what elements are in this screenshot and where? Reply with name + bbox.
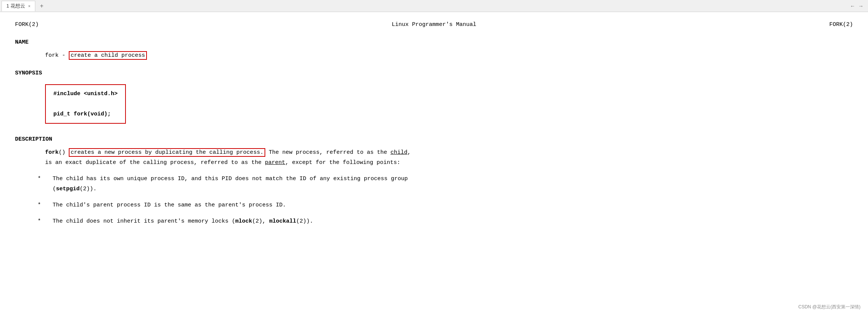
- bullet-item-1: * The child has its own unique process I…: [38, 174, 853, 194]
- name-highlighted: create a child process: [69, 51, 147, 60]
- new-tab-button[interactable]: +: [37, 2, 46, 10]
- synopsis-section-heading: SYNOPSIS: [15, 68, 853, 78]
- mlockall-bold: mlockall: [269, 218, 296, 225]
- description-section-heading: DESCRIPTION: [15, 134, 853, 144]
- synopsis-include: #include <unistd.h>: [53, 89, 118, 99]
- bullet-item-2: * The child's parent process ID is the s…: [38, 200, 853, 210]
- tab-title: 1 花想云: [6, 3, 25, 9]
- mlock-bold: mlock: [235, 218, 252, 225]
- fork-paren: (): [59, 149, 65, 156]
- description-highlighted: creates a new process by duplicating the…: [69, 148, 265, 157]
- synopsis-code-block: #include <unistd.h> pid_t fork(void);: [45, 84, 126, 124]
- description-second-line: is an exact duplicate of the calling pro…: [45, 158, 853, 168]
- bullet-text-1: The child has its own unique process ID,…: [53, 174, 853, 194]
- header-left: FORK(2): [15, 20, 39, 30]
- bullet-text-2: The child's parent process ID is the sam…: [53, 200, 853, 210]
- nav-back-icon[interactable]: ←: [850, 3, 855, 9]
- name-section-content: fork - create a child process: [45, 50, 853, 61]
- nav-forward-icon[interactable]: →: [858, 3, 863, 9]
- name-text-before: fork -: [45, 52, 69, 59]
- child-link: child: [390, 149, 407, 156]
- header-right: FORK(2): [829, 20, 853, 30]
- bullet-text-3: The child does not inherit its parent's …: [53, 216, 853, 226]
- bullet-star-2: *: [38, 200, 53, 210]
- bullet-star-1: *: [38, 174, 53, 194]
- name-section-heading: NAME: [15, 37, 853, 47]
- footer-watermark: CSDN @花想云(西安第一深情): [798, 304, 860, 310]
- header-center: Linux Programmer's Manual: [39, 20, 829, 30]
- synopsis-function: pid_t fork(void);: [53, 109, 118, 119]
- description-intro-rest: The new process, referred to as the: [265, 149, 390, 156]
- manual-content: FORK(2) Linux Programmer's Manual FORK(2…: [0, 12, 868, 240]
- bullet-star-3: *: [38, 216, 53, 226]
- man-page-header: FORK(2) Linux Programmer's Manual FORK(2…: [15, 20, 853, 30]
- setpgid-bold: setpgid: [56, 186, 80, 192]
- description-section-content: fork() creates a new process by duplicat…: [45, 147, 853, 168]
- fork-bold: fork: [45, 149, 59, 156]
- bullet-item-3: * The child does not inherit its parent'…: [38, 216, 853, 226]
- nav-arrows: ← →: [850, 3, 866, 9]
- synopsis-spacer: [53, 99, 118, 109]
- description-first-line: fork() creates a new process by duplicat…: [45, 147, 853, 158]
- synopsis-section-content: #include <unistd.h> pid_t fork(void);: [45, 81, 853, 127]
- parent-link: parent: [265, 159, 285, 166]
- tab-close-button[interactable]: ×: [28, 4, 30, 8]
- tab-bar: 1 花想云 × + ← →: [0, 0, 868, 12]
- active-tab[interactable]: 1 花想云 ×: [2, 1, 35, 11]
